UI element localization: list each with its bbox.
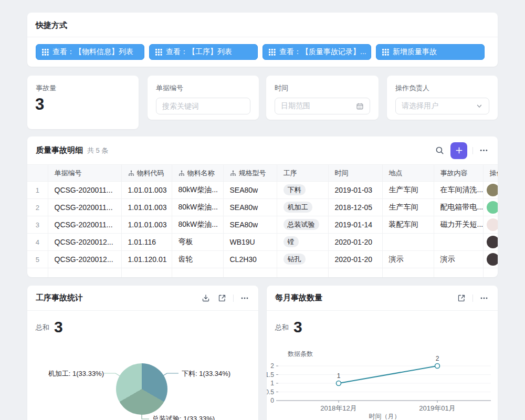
incident-table-actions	[434, 142, 489, 159]
cell-code: 1.01.01.003	[121, 216, 172, 234]
calendar-icon	[356, 102, 364, 110]
line-total-value: 3	[293, 319, 302, 335]
svg-text:2: 2	[436, 355, 439, 362]
expand-button[interactable]	[217, 293, 227, 303]
incident-table-head: 单据编号物料代码物料名称规格型号工序时间地点事故内容操作负责人	[27, 165, 498, 182]
cell-process: 钻孔	[277, 251, 328, 268]
line-chart-area: 数据条数00.511.522018年12月2019年01月12时间（月）	[267, 338, 498, 420]
row-number: 4	[27, 234, 48, 251]
doc-number-search-input[interactable]	[162, 102, 244, 110]
cell-place: 装配车间	[382, 216, 434, 234]
pie-chart-area: 下料: 1(33.34%)总装试验: 1(33.33%)机加工: 1(33.33…	[27, 336, 258, 420]
table-more-button[interactable]	[478, 145, 489, 156]
cell-date: 2019-01-14	[328, 216, 382, 234]
search-button[interactable]	[434, 145, 445, 156]
pie-total-row: 总和 3	[27, 311, 258, 335]
grid-icon	[42, 49, 49, 56]
line-total-label: 总和	[275, 323, 289, 335]
button-label: 查看：【物料信息】列表	[52, 47, 133, 57]
svg-text:1: 1	[337, 372, 341, 380]
cell-code: 1.01.116	[121, 234, 172, 251]
plus-icon	[455, 146, 463, 154]
monthly-incidents-card: 每月事故数量 总和 3 数据条数00.511.522018年12月2019年01…	[267, 286, 498, 420]
table-row[interactable]: 5QCSG-2020012...1.01.120.01齿轮CL2H30钻孔202…	[27, 251, 498, 268]
column-header: 事故内容	[434, 165, 483, 182]
monthly-incidents-title: 每月事故数量	[275, 293, 322, 303]
cell-operator	[483, 216, 498, 234]
cell-doc: QCSG-2020012...	[48, 251, 121, 268]
relation-icon	[178, 170, 185, 176]
grid-icon	[382, 49, 389, 56]
date-range-picker[interactable]: 日期范围	[275, 98, 370, 114]
pie-more-button[interactable]	[239, 293, 250, 303]
cell-place: 演示	[382, 251, 434, 268]
svg-text:时间（月）: 时间（月）	[369, 413, 401, 420]
add-incident-button[interactable]: 新增质量事故	[376, 44, 485, 60]
operator-select[interactable]: 请选择用户	[395, 98, 489, 114]
row-number: 1	[27, 182, 48, 199]
divider	[233, 295, 234, 302]
cell-date: 2018-12-05	[328, 199, 382, 216]
shortcuts-card: 快捷方式 查看：【物料信息】列表 查看：【工序】列表 查看：【质量事故记录】..…	[27, 13, 498, 67]
cell-spec: SEA80w	[223, 216, 277, 234]
time-label: 时间	[266, 76, 379, 93]
grid-icon	[269, 49, 276, 56]
cell-name: 80kW柴油...	[172, 216, 223, 234]
table-row[interactable]: 4QCSG-2020012...1.01.116弯板WB19U镗2020-01-…	[27, 234, 498, 251]
divider	[472, 295, 473, 302]
row-number: 3	[27, 216, 48, 234]
table-row[interactable]: 1QCSG-2020011...1.01.01.00380kW柴油...SEA8…	[27, 182, 498, 199]
add-record-button[interactable]	[450, 142, 467, 159]
column-header: 工序	[277, 165, 328, 182]
line-total-row: 总和 3	[267, 311, 498, 335]
svg-text:0: 0	[270, 397, 274, 404]
process-stats-actions	[201, 293, 250, 303]
incident-table: 单据编号物料代码物料名称规格型号工序时间地点事故内容操作负责人 1QCSG-20…	[27, 164, 498, 277]
view-material-list-button[interactable]: 查看：【物料信息】列表	[36, 44, 144, 60]
more-icon	[479, 146, 488, 155]
cell-process: 下料	[277, 182, 328, 199]
process-tag: 下料	[284, 184, 306, 195]
svg-text:0.5: 0.5	[267, 388, 274, 396]
svg-text:2019年01月: 2019年01月	[419, 404, 455, 412]
button-label: 查看：【质量事故记录】...	[279, 47, 366, 57]
cell-place	[382, 234, 434, 251]
download-button[interactable]	[201, 293, 211, 303]
view-incident-records-button[interactable]: 查看：【质量事故记录】...	[262, 44, 371, 60]
cell-operator	[483, 251, 498, 268]
column-header: 规格型号	[223, 165, 277, 182]
table-row[interactable]: 3QCSG-2020011...1.01.01.00380kW柴油...SEA8…	[27, 216, 498, 234]
doc-number-label: 单据编号	[148, 76, 259, 93]
cell-date: 2020-01-20	[328, 251, 382, 268]
incident-count-value: 3	[27, 93, 139, 112]
svg-text:1: 1	[270, 380, 274, 387]
cell-doc: QCSG-2020011...	[48, 199, 121, 216]
incident-table-count: 共 5 条	[87, 146, 108, 155]
more-icon	[480, 294, 488, 302]
more-icon	[240, 294, 249, 302]
cell-content: 磁力开关短...	[434, 216, 483, 234]
column-header: 时间	[328, 165, 382, 182]
operator-select-placeholder: 请选择用户	[402, 101, 476, 111]
time-filter-card: 时间 日期范围	[266, 76, 379, 120]
cell-content	[434, 234, 483, 251]
svg-text:1.5: 1.5	[267, 371, 274, 379]
row-number-header	[27, 165, 48, 182]
cell-process: 镗	[277, 234, 328, 251]
cell-spec: SEA80w	[223, 182, 277, 199]
svg-text:数据条数: 数据条数	[288, 350, 313, 358]
doc-number-search-box	[156, 98, 250, 114]
process-stats-header: 工序事故统计	[27, 286, 258, 311]
line-more-button[interactable]	[479, 293, 489, 303]
process-stats-title: 工序事故统计	[36, 293, 83, 303]
cell-code: 1.01.01.003	[121, 182, 172, 199]
cell-spec: SEA80w	[223, 199, 277, 216]
svg-text:2018年12月: 2018年12月	[320, 404, 356, 412]
column-header: 物料名称	[172, 165, 223, 182]
table-row[interactable]: 2QCSG-2020011...1.01.01.00380kW柴油...SEA8…	[27, 199, 498, 216]
view-process-list-button[interactable]: 查看：【工序】列表	[149, 44, 258, 60]
cell-code: 1.01.120.01	[121, 251, 172, 268]
divider	[472, 147, 473, 154]
cell-process: 机加工	[277, 199, 328, 216]
expand-button[interactable]	[456, 293, 467, 303]
